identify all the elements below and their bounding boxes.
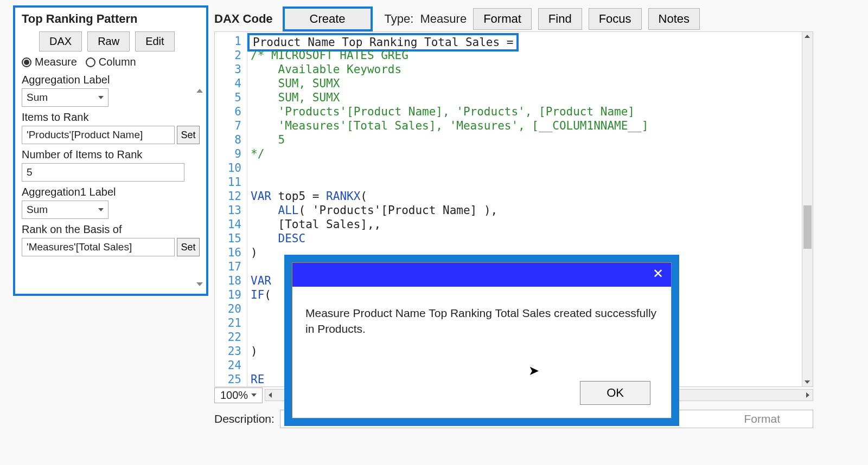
- type-radio-group: Measure Column: [22, 56, 200, 68]
- dax-button[interactable]: DAX: [39, 31, 82, 51]
- input-value: 5: [27, 166, 33, 178]
- radio-icon: [22, 57, 31, 67]
- scroll-right-icon[interactable]: [806, 392, 809, 398]
- radio-label: Column: [99, 56, 136, 68]
- items-to-rank-input[interactable]: 'Products'[Product Name]: [22, 126, 175, 144]
- create-button[interactable]: Create: [283, 7, 373, 31]
- aggregation1-label-select[interactable]: Sum: [22, 201, 108, 219]
- select-value: Sum: [27, 92, 48, 104]
- raw-button[interactable]: Raw: [87, 31, 130, 51]
- format-label: Format: [744, 412, 780, 425]
- items-set-button[interactable]: Set: [177, 126, 200, 144]
- dialog-message: Measure Product Name Top Ranking Total S…: [292, 287, 671, 377]
- chevron-down-icon: [98, 208, 104, 211]
- aggregation1-label-label: Aggregation1 Label: [22, 186, 200, 198]
- number-of-items-label: Number of Items to Rank: [22, 148, 200, 161]
- scroll-down-icon[interactable]: [196, 282, 203, 286]
- radio-label: Measure: [35, 56, 77, 68]
- measure-radio[interactable]: Measure: [22, 56, 77, 68]
- aggregation-label-label: Aggregation Label: [22, 74, 200, 86]
- scroll-thumb[interactable]: [803, 205, 812, 249]
- rank-basis-input[interactable]: 'Measures'[Total Sales]: [22, 238, 175, 256]
- panel-title: Top Ranking Pattern: [22, 12, 200, 26]
- line-gutter: 1234567891011121314151617181920212223242…: [215, 32, 247, 386]
- chevron-down-icon: [251, 393, 257, 397]
- dax-code-title: DAX Code: [214, 12, 273, 26]
- input-value: 'Measures'[Total Sales]: [27, 241, 132, 253]
- rank-basis-label: Rank on the Basis of: [22, 223, 200, 236]
- focus-button[interactable]: Focus: [589, 8, 642, 30]
- notes-button[interactable]: Notes: [648, 8, 700, 30]
- scroll-left-icon[interactable]: [269, 392, 272, 398]
- aggregation-label-select[interactable]: Sum: [22, 88, 108, 107]
- description-label: Description:: [214, 412, 275, 425]
- scroll-down-icon[interactable]: [805, 380, 810, 384]
- close-icon[interactable]: ✕: [650, 266, 666, 281]
- dialog-titlebar[interactable]: ✕: [292, 263, 671, 287]
- dialog-footer: OK: [292, 377, 671, 418]
- type-label: Type: Measure: [385, 12, 467, 26]
- basis-set-button[interactable]: Set: [177, 238, 200, 256]
- scroll-up-icon[interactable]: [196, 89, 203, 93]
- ok-button[interactable]: OK: [580, 381, 650, 405]
- success-dialog: ✕ Measure Product Name Top Ranking Total…: [284, 255, 679, 426]
- dialog-window: ✕ Measure Product Name Top Ranking Total…: [292, 262, 672, 418]
- items-to-rank-label: Items to Rank: [22, 111, 200, 124]
- format-button[interactable]: Format: [473, 8, 532, 30]
- find-button[interactable]: Find: [538, 8, 582, 30]
- chevron-down-icon: [98, 96, 104, 99]
- zoom-select[interactable]: 100%: [214, 388, 263, 403]
- select-value: Sum: [27, 204, 48, 216]
- panel-mode-buttons: DAX Raw Edit: [39, 31, 200, 51]
- top-ranking-panel: Top Ranking Pattern DAX Raw Edit Measure…: [13, 5, 208, 296]
- scroll-up-icon[interactable]: [805, 35, 810, 38]
- main-toolbar: DAX Code Create Type: Measure Format Fin…: [214, 7, 700, 31]
- zoom-value: 100%: [220, 389, 248, 402]
- column-radio[interactable]: Column: [86, 56, 136, 68]
- radio-icon: [86, 57, 95, 67]
- vertical-scrollbar[interactable]: [802, 32, 813, 386]
- number-of-items-input[interactable]: 5: [22, 163, 184, 182]
- input-value: 'Products'[Product Name]: [27, 129, 143, 141]
- edit-button[interactable]: Edit: [135, 31, 174, 51]
